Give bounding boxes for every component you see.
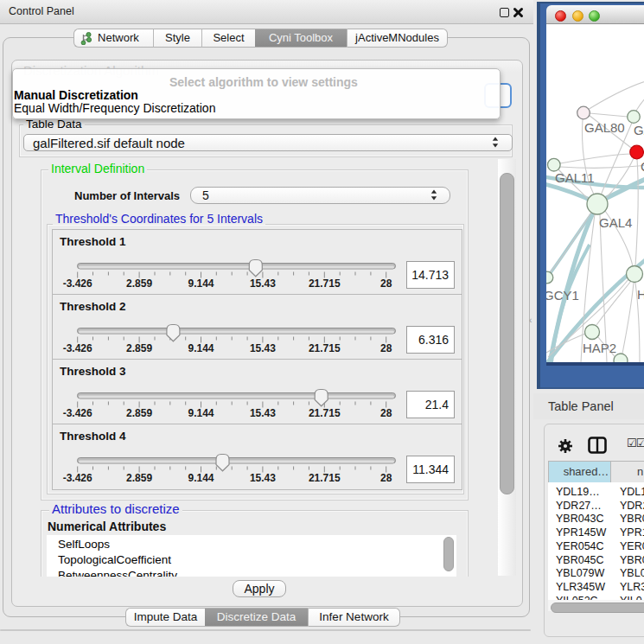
svg-text:9.144: 9.144 xyxy=(188,342,214,354)
svg-text:9.144: 9.144 xyxy=(188,277,214,290)
svg-text:HAP2: HAP2 xyxy=(583,341,616,355)
svg-text:28: 28 xyxy=(380,277,392,290)
svg-text:HA: HA xyxy=(637,287,644,302)
svg-text:15.43: 15.43 xyxy=(250,472,276,484)
svg-text:15.43: 15.43 xyxy=(250,277,276,290)
svg-text:28: 28 xyxy=(380,407,392,419)
svg-text:2.859: 2.859 xyxy=(126,342,152,354)
svg-text:-3.426: -3.426 xyxy=(63,342,92,354)
svg-text:15.43: 15.43 xyxy=(250,407,276,419)
svg-text:21.715: 21.715 xyxy=(309,277,341,290)
svg-text:-3.426: -3.426 xyxy=(63,472,92,484)
svg-text:GAL4: GAL4 xyxy=(599,215,632,230)
svg-text:2.859: 2.859 xyxy=(126,472,152,484)
svg-text:GAL11: GAL11 xyxy=(555,170,595,185)
svg-text:-3.426: -3.426 xyxy=(63,407,92,419)
svg-text:28: 28 xyxy=(380,342,392,354)
svg-text:9.144: 9.144 xyxy=(188,472,214,484)
svg-text:2.859: 2.859 xyxy=(126,407,152,419)
svg-text:2.859: 2.859 xyxy=(126,277,152,290)
svg-text:21.715: 21.715 xyxy=(309,472,341,484)
svg-text:21.715: 21.715 xyxy=(309,342,341,354)
svg-text:-3.426: -3.426 xyxy=(63,277,92,290)
svg-text:15.43: 15.43 xyxy=(250,342,276,354)
svg-text:GCY1: GCY1 xyxy=(546,288,579,303)
svg-text:21.715: 21.715 xyxy=(309,407,341,419)
svg-text:C: C xyxy=(641,159,644,174)
svg-text:28: 28 xyxy=(380,472,392,484)
svg-text:GAL80: GAL80 xyxy=(584,120,625,135)
svg-text:GAL…: GAL… xyxy=(634,123,644,137)
svg-text:9.144: 9.144 xyxy=(188,407,214,419)
